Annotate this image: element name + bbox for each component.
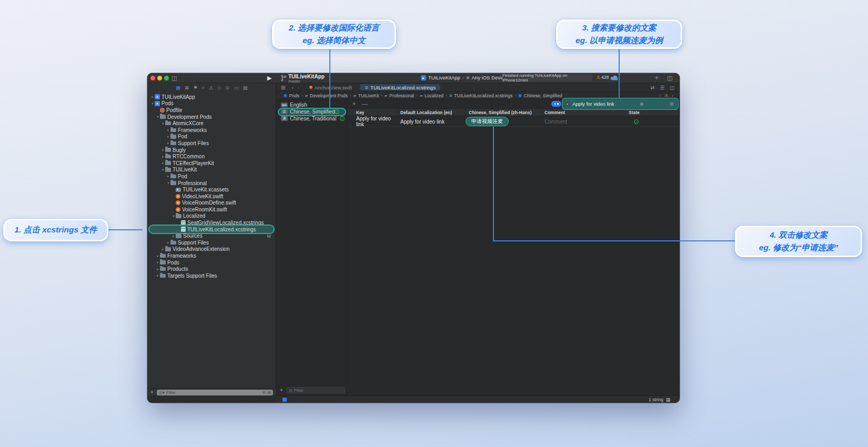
disclosure-open-icon[interactable]: ▾	[161, 168, 165, 172]
find-icon[interactable]: ⌕	[202, 84, 205, 90]
disclosure-open-icon[interactable]: ▾	[171, 214, 176, 218]
tree-item-podfile[interactable]: Podfile	[147, 107, 276, 114]
disclosure-closed-icon[interactable]: ▸	[166, 240, 170, 245]
recent-files-icon[interactable]: ⊘	[263, 390, 266, 395]
tree-item-targets-support-files[interactable]: ▸Targets Support Files	[147, 272, 276, 279]
disclosure-open-icon[interactable]: ▾	[161, 121, 165, 126]
disclosure-closed-icon[interactable]: ▸	[161, 161, 165, 165]
tree-item-tuilivekitlocalized-xcstrings[interactable]: TUILiveKitLocalized.xcstrings	[147, 226, 276, 233]
toggle-navigator-icon[interactable]: ◫	[171, 75, 177, 82]
zoom-window-button[interactable]	[164, 76, 169, 80]
disclosure-closed-icon[interactable]: ▸	[161, 155, 165, 159]
tree-item-tuilivekit-xcassets[interactable]: TUILiveKit.xcassets	[147, 186, 276, 193]
search-scope-chevron-icon[interactable]: ▾	[565, 101, 570, 106]
disclosure-closed-icon[interactable]: ▸	[156, 273, 160, 278]
tree-item-frameworks[interactable]: ▸Frameworks	[147, 252, 276, 259]
column-header-key[interactable]: Key	[348, 109, 397, 116]
adjust-editor-icon[interactable]: ☰	[660, 85, 664, 90]
source-control-icon[interactable]: ⊠	[185, 85, 189, 90]
warning-count-badge[interactable]: ⚠ 428	[596, 75, 609, 80]
tree-item-frameworks[interactable]: ▸Frameworks	[147, 127, 276, 134]
highlighted-translation-value[interactable]: 申请视频连麦	[466, 117, 509, 126]
tests-icon[interactable]: ◇	[218, 85, 221, 90]
disclosure-closed-icon[interactable]: ▸	[166, 141, 170, 145]
go-forward-button[interactable]: ›	[298, 85, 299, 90]
cell-chinese-simplified[interactable]: 申请视频连麦	[466, 116, 541, 127]
tree-item-pod[interactable]: ▸Pod	[147, 134, 276, 140]
tree-item-rtccommon[interactable]: ▸RTCCommon	[147, 153, 276, 160]
breadcrumb-item-development-pods[interactable]: ▰Development Pods	[305, 93, 348, 98]
toggle-inspector-icon[interactable]: ◫	[667, 75, 672, 82]
tree-item-voiceroomkit-swift[interactable]: sVoiceRoomKit.swift	[147, 206, 276, 213]
clear-search-icon[interactable]: ⊗	[640, 101, 644, 107]
add-string-button[interactable]: +	[352, 100, 356, 107]
disclosure-closed-icon[interactable]: ▸	[166, 174, 170, 178]
tab-anchorview-swift[interactable]: AnchorView.swift	[305, 84, 357, 90]
tree-item-products[interactable]: ▸Products	[147, 266, 276, 272]
tree-item-videoadvanceextension[interactable]: ▸VideoAdvanceExtension	[147, 246, 276, 253]
source-control-status-icon[interactable]: ⊞	[267, 390, 271, 395]
tree-item-pods[interactable]: ▾APods	[147, 100, 276, 107]
tree-item-videolivekit-swift[interactable]: sVideoLiveKit.swift	[147, 193, 276, 200]
breadcrumb-item-tuilivekit[interactable]: ▰TUILiveKit	[354, 93, 379, 98]
language-filter-field[interactable]: ◎ Filter	[286, 387, 345, 393]
tree-item-development-pods[interactable]: ▾Development Pods	[147, 114, 276, 120]
breadcrumb-item-tuilivekitlocalized-xcstrings[interactable]: ≣TUILiveKitLocalized.xcstrings	[449, 93, 513, 98]
tree-item-atomicxcore[interactable]: ▾AtomicXCore	[147, 120, 276, 127]
disclosure-open-icon[interactable]: ▾	[150, 101, 155, 106]
disclosure-closed-icon[interactable]: ▸	[156, 267, 160, 271]
remove-string-button[interactable]: —	[362, 100, 368, 107]
tree-item-localized[interactable]: ▾Localized	[147, 213, 276, 220]
disclosure-closed-icon[interactable]: ▸	[161, 148, 165, 152]
split-editor-icon[interactable]: ◫	[670, 85, 674, 90]
disclosure-open-icon[interactable]: ▾	[166, 181, 170, 185]
tree-item-pods[interactable]: ▸Pods	[147, 259, 276, 266]
language-row-chinese-simplified[interactable]: 汉Chinese, Simplified✓	[277, 108, 347, 115]
breakpoints-icon[interactable]: ▭	[234, 85, 239, 90]
breadcrumb-item-chinese-simplified[interactable]: ▦Chinese, Simplified	[518, 93, 562, 98]
disclosure-closed-icon[interactable]: ▸	[161, 247, 165, 251]
tree-item-voiceroomdefine-swift[interactable]: sVoiceRoomDefine.swift	[147, 200, 276, 207]
reports-icon[interactable]: ▤	[243, 85, 248, 90]
table-row[interactable]: Apply for video linkApply for video link…	[348, 116, 680, 127]
related-items-icon[interactable]: ⊞	[281, 85, 285, 90]
cell-key[interactable]: Apply for video link	[348, 116, 397, 127]
breadcrumb-item-professional[interactable]: ▰Professional	[385, 93, 414, 98]
tree-item-tceffectplayerkit[interactable]: ▸TCEffectPlayerKit	[147, 160, 276, 167]
search-field[interactable]: ▾ Apply for video link ⊗ ⚙	[562, 98, 679, 110]
tree-item-tuilivekit[interactable]: ▾TUILiveKit	[147, 167, 276, 174]
tree-item-professional[interactable]: ▾Professional	[147, 180, 276, 187]
disclosure-closed-icon[interactable]: ▸	[150, 95, 155, 99]
cell-default-localization[interactable]: Apply for video link	[397, 116, 466, 127]
disclosure-closed-icon[interactable]: ▸	[156, 260, 160, 265]
project-navigator-icon[interactable]: ▦	[176, 85, 180, 90]
tree-item-support-files[interactable]: ▸Support Files	[147, 140, 276, 147]
tab-tuilivekitlocalized-xcstrings[interactable]: ≣TUILiveKitLocalized.xcstrings	[360, 84, 440, 90]
disclosure-closed-icon[interactable]: ▸	[156, 254, 160, 258]
disclosure-closed-icon[interactable]: ▸	[166, 128, 170, 132]
add-editor-button[interactable]: +	[655, 75, 659, 82]
add-file-button[interactable]: +	[150, 389, 154, 395]
tree-item-support-files[interactable]: ▸Support Files	[147, 239, 276, 246]
tree-item-bugly[interactable]: ▸Bugly	[147, 147, 276, 154]
filter-toggle[interactable]	[551, 101, 561, 107]
breadcrumb-item-localized[interactable]: ▰Localized	[420, 93, 443, 98]
next-issue-button[interactable]: ›	[672, 93, 673, 98]
add-language-button[interactable]: +	[280, 387, 283, 393]
disclosure-open-icon[interactable]: ▾	[156, 115, 160, 119]
search-settings-icon[interactable]: ⚙	[670, 101, 674, 107]
tree-item-sources[interactable]: ▸SourcesM	[147, 232, 276, 239]
minimize-window-button[interactable]	[157, 76, 162, 80]
bookmarks-icon[interactable]: ⚑	[193, 85, 198, 90]
tree-item-tuilivekitapp[interactable]: ▸ATUILiveKitApp	[147, 94, 276, 100]
column-header-default-localization-en[interactable]: Default Localization (en)	[397, 109, 466, 116]
code-review-icon[interactable]: ⇄	[651, 85, 655, 90]
breadcrumb-item-pods[interactable]: ▦Pods	[284, 93, 299, 98]
debug-icon[interactable]: ⊙	[226, 85, 230, 90]
go-back-button[interactable]: ‹	[291, 85, 293, 90]
run-button[interactable]: ▶	[267, 75, 271, 82]
tree-item-pod[interactable]: ▸Pod	[147, 173, 276, 180]
language-row-chinese-traditional[interactable]: 漢Chinese, Traditional✓	[277, 115, 347, 122]
previous-issue-button[interactable]: ‹	[659, 93, 661, 98]
navigator-filter-field[interactable]: ◎▾ Filter ⊘ ⊞	[157, 390, 273, 395]
